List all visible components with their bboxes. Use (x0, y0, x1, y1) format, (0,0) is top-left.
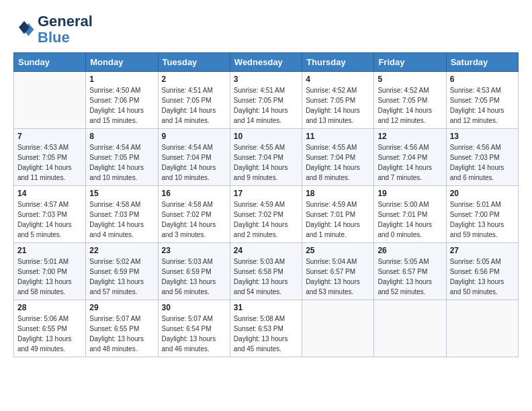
calendar-cell: 10 Sunrise: 4:55 AMSunset: 7:04 PMDaylig… (230, 129, 302, 186)
logo-icon (13, 19, 35, 40)
day-info: Sunrise: 5:01 AMSunset: 7:00 PMDaylight:… (450, 199, 515, 240)
calendar-cell: 23 Sunrise: 5:03 AMSunset: 6:59 PMDaylig… (158, 243, 230, 300)
calendar-cell (14, 72, 86, 129)
calendar-cell: 17 Sunrise: 4:59 AMSunset: 7:02 PMDaylig… (230, 186, 302, 243)
day-number: 4 (306, 75, 370, 84)
calendar-cell: 13 Sunrise: 4:56 AMSunset: 7:03 PMDaylig… (446, 129, 518, 186)
weekday-header: Saturday (446, 53, 518, 72)
calendar-cell (302, 300, 374, 357)
calendar-cell: 15 Sunrise: 4:58 AMSunset: 7:03 PMDaylig… (86, 186, 158, 243)
calendar-cell: 24 Sunrise: 5:03 AMSunset: 6:58 PMDaylig… (230, 243, 302, 300)
day-info: Sunrise: 4:53 AMSunset: 7:05 PMDaylight:… (17, 142, 82, 183)
day-number: 1 (89, 75, 154, 84)
day-number: 3 (234, 75, 298, 84)
calendar-cell (446, 300, 518, 357)
calendar-cell: 18 Sunrise: 4:59 AMSunset: 7:01 PMDaylig… (302, 186, 374, 243)
weekday-header: Monday (86, 53, 158, 72)
calendar-cell: 2 Sunrise: 4:51 AMSunset: 7:05 PMDayligh… (158, 72, 230, 129)
day-number: 13 (450, 132, 515, 141)
day-info: Sunrise: 4:54 AMSunset: 7:05 PMDaylight:… (89, 142, 154, 183)
day-number: 30 (162, 303, 226, 312)
day-info: Sunrise: 5:03 AMSunset: 6:59 PMDaylight:… (162, 257, 226, 297)
day-number: 5 (378, 75, 442, 84)
day-info: Sunrise: 4:51 AMSunset: 7:05 PMDaylight:… (162, 85, 226, 126)
day-info: Sunrise: 5:07 AMSunset: 6:54 PMDaylight:… (162, 314, 226, 354)
day-info: Sunrise: 4:57 AMSunset: 7:03 PMDaylight:… (17, 199, 82, 240)
day-number: 29 (89, 303, 154, 312)
calendar-cell: 14 Sunrise: 4:57 AMSunset: 7:03 PMDaylig… (14, 186, 86, 243)
day-number: 9 (162, 132, 226, 141)
day-number: 26 (378, 246, 442, 255)
day-number: 21 (17, 246, 82, 255)
day-info: Sunrise: 4:52 AMSunset: 7:05 PMDaylight:… (306, 85, 370, 126)
day-number: 14 (17, 189, 82, 198)
day-info: Sunrise: 5:05 AMSunset: 6:57 PMDaylight:… (378, 257, 442, 297)
calendar-cell: 9 Sunrise: 4:54 AMSunset: 7:04 PMDayligh… (158, 129, 230, 186)
calendar-cell (374, 300, 446, 357)
calendar-cell: 6 Sunrise: 4:53 AMSunset: 7:05 PMDayligh… (446, 72, 518, 129)
logo-text: General Blue (38, 13, 93, 46)
calendar-table: SundayMondayTuesdayWednesdayThursdayFrid… (13, 52, 519, 357)
day-info: Sunrise: 5:05 AMSunset: 6:56 PMDaylight:… (450, 257, 515, 297)
day-number: 27 (450, 246, 515, 255)
calendar-cell: 4 Sunrise: 4:52 AMSunset: 7:05 PMDayligh… (302, 72, 374, 129)
calendar-cell: 7 Sunrise: 4:53 AMSunset: 7:05 PMDayligh… (14, 129, 86, 186)
day-number: 17 (234, 189, 298, 198)
day-info: Sunrise: 4:58 AMSunset: 7:02 PMDaylight:… (162, 199, 226, 240)
day-info: Sunrise: 5:04 AMSunset: 6:57 PMDaylight:… (306, 257, 370, 297)
day-info: Sunrise: 4:51 AMSunset: 7:05 PMDaylight:… (234, 85, 298, 126)
day-info: Sunrise: 4:53 AMSunset: 7:05 PMDaylight:… (450, 85, 515, 126)
day-info: Sunrise: 5:06 AMSunset: 6:55 PMDaylight:… (17, 314, 82, 354)
day-info: Sunrise: 5:08 AMSunset: 6:53 PMDaylight:… (234, 314, 298, 354)
day-number: 20 (450, 189, 515, 198)
day-number: 31 (234, 303, 298, 312)
day-number: 7 (17, 132, 82, 141)
day-number: 11 (306, 132, 370, 141)
calendar-cell: 12 Sunrise: 4:56 AMSunset: 7:04 PMDaylig… (374, 129, 446, 186)
calendar-header: SundayMondayTuesdayWednesdayThursdayFrid… (14, 53, 519, 72)
weekday-header: Thursday (302, 53, 374, 72)
day-info: Sunrise: 5:02 AMSunset: 6:59 PMDaylight:… (89, 257, 154, 297)
calendar-cell: 3 Sunrise: 4:51 AMSunset: 7:05 PMDayligh… (230, 72, 302, 129)
weekday-header: Friday (374, 53, 446, 72)
day-number: 22 (89, 246, 154, 255)
day-info: Sunrise: 4:56 AMSunset: 7:04 PMDaylight:… (378, 142, 442, 183)
day-number: 6 (450, 75, 515, 84)
day-number: 2 (162, 75, 226, 84)
day-number: 25 (306, 246, 370, 255)
calendar-cell: 30 Sunrise: 5:07 AMSunset: 6:54 PMDaylig… (158, 300, 230, 357)
day-info: Sunrise: 5:01 AMSunset: 7:00 PMDaylight:… (17, 257, 82, 297)
day-number: 15 (89, 189, 154, 198)
calendar-cell: 26 Sunrise: 5:05 AMSunset: 6:57 PMDaylig… (374, 243, 446, 300)
day-number: 23 (162, 246, 226, 255)
day-info: Sunrise: 4:54 AMSunset: 7:04 PMDaylight:… (162, 142, 226, 183)
day-info: Sunrise: 4:50 AMSunset: 7:06 PMDaylight:… (89, 85, 154, 126)
calendar-cell: 27 Sunrise: 5:05 AMSunset: 6:56 PMDaylig… (446, 243, 518, 300)
day-number: 18 (306, 189, 370, 198)
page-header: General Blue (13, 13, 519, 46)
day-number: 28 (17, 303, 82, 312)
calendar-cell: 25 Sunrise: 5:04 AMSunset: 6:57 PMDaylig… (302, 243, 374, 300)
day-info: Sunrise: 4:58 AMSunset: 7:03 PMDaylight:… (89, 199, 154, 240)
calendar-cell: 16 Sunrise: 4:58 AMSunset: 7:02 PMDaylig… (158, 186, 230, 243)
weekday-header: Wednesday (230, 53, 302, 72)
calendar-cell: 8 Sunrise: 4:54 AMSunset: 7:05 PMDayligh… (86, 129, 158, 186)
day-info: Sunrise: 4:55 AMSunset: 7:04 PMDaylight:… (234, 142, 298, 183)
day-info: Sunrise: 4:52 AMSunset: 7:05 PMDaylight:… (378, 85, 442, 126)
calendar-cell: 31 Sunrise: 5:08 AMSunset: 6:53 PMDaylig… (230, 300, 302, 357)
day-info: Sunrise: 5:07 AMSunset: 6:55 PMDaylight:… (89, 314, 154, 354)
day-number: 24 (234, 246, 298, 255)
day-number: 16 (162, 189, 226, 198)
calendar-cell: 29 Sunrise: 5:07 AMSunset: 6:55 PMDaylig… (86, 300, 158, 357)
weekday-header: Tuesday (158, 53, 230, 72)
calendar-cell: 5 Sunrise: 4:52 AMSunset: 7:05 PMDayligh… (374, 72, 446, 129)
day-info: Sunrise: 4:56 AMSunset: 7:03 PMDaylight:… (450, 142, 515, 183)
day-number: 19 (378, 189, 442, 198)
day-info: Sunrise: 5:03 AMSunset: 6:58 PMDaylight:… (234, 257, 298, 297)
day-number: 12 (378, 132, 442, 141)
day-number: 10 (234, 132, 298, 141)
day-number: 8 (89, 132, 154, 141)
calendar-cell: 19 Sunrise: 5:00 AMSunset: 7:01 PMDaylig… (374, 186, 446, 243)
day-info: Sunrise: 5:00 AMSunset: 7:01 PMDaylight:… (378, 199, 442, 240)
day-info: Sunrise: 4:55 AMSunset: 7:04 PMDaylight:… (306, 142, 370, 183)
